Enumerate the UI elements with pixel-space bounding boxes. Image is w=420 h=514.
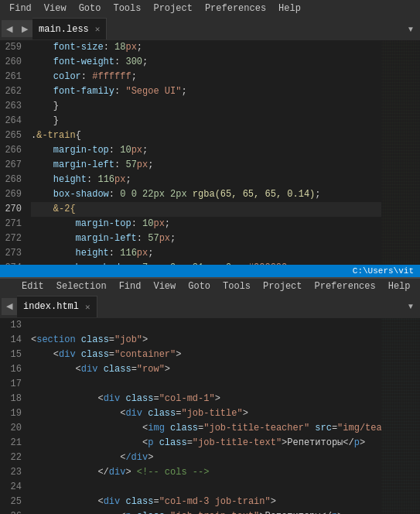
code-content-1[interactable]: font-size: 18px; font-weight: 300; color… [28, 40, 381, 265]
token [31, 42, 53, 53]
line-number: 272 [3, 231, 22, 246]
tab-nav-next[interactable]: ▶ [17, 20, 32, 37]
code-content-2[interactable]: <section class="job"> <div class="contai… [28, 318, 381, 514]
tab2-nav-prev[interactable]: ◀ [2, 298, 17, 315]
token [31, 115, 53, 126]
code-line: box-shadow: 0 0 22px 2px rgba(65, 65, 65… [31, 187, 381, 202]
menu-preferences[interactable]: Preferences [199, 0, 272, 17]
menu2-selection[interactable]: Selection [50, 278, 113, 295]
code-line: margin-left: 57px; [31, 158, 381, 173]
token: "job-train-text" [170, 511, 259, 514]
code-line: <div class="job-title"> [31, 406, 381, 421]
line-numbers-1: 2592602612622632642652662672682692702712… [0, 40, 28, 265]
menu2-preferences[interactable]: Preferences [309, 278, 382, 295]
token: px [153, 218, 164, 229]
token [97, 364, 103, 375]
token: div [125, 408, 142, 419]
token: Репетиторы [287, 437, 343, 448]
line-number: 260 [3, 55, 22, 70]
token: = [187, 437, 193, 448]
token: : [81, 71, 92, 82]
close-tab-icon[interactable]: ✕ [95, 24, 101, 34]
token: ; [148, 248, 153, 259]
token [31, 57, 53, 67]
filepath-bar: C:\Users\vit [0, 265, 420, 277]
tab-index-html[interactable]: index.html ✕ [17, 296, 97, 317]
minimap-content-1 [381, 40, 420, 265]
token: </ [31, 467, 109, 478]
tab2-label: index.html [23, 301, 79, 312]
token [31, 204, 53, 214]
code-line: <div class="row"> [31, 362, 381, 377]
token: < [31, 452, 125, 463]
token: "row" [137, 364, 165, 375]
token: img [148, 423, 165, 433]
line-number: 22 [3, 451, 22, 465]
token: > [176, 349, 181, 360]
menu2-edit[interactable]: Edit [15, 278, 50, 295]
token: : [114, 159, 125, 170]
token: "col-md-1" [159, 393, 215, 404]
menu2-help[interactable]: Help [382, 278, 417, 295]
token [31, 248, 76, 259]
menu2-find[interactable]: Find [113, 278, 148, 295]
menu2-tools[interactable]: Tools [217, 278, 257, 295]
token: color [53, 71, 81, 82]
token: ; [142, 145, 148, 156]
token: height [76, 248, 109, 259]
token: #000000 [248, 262, 287, 265]
code-editor-1[interactable]: 2592602612622632642652662672682692702712… [0, 40, 420, 265]
token [31, 174, 53, 185]
token: = [109, 349, 114, 360]
menu2-view[interactable]: View [147, 278, 182, 295]
code-line: font-family: "Segoe UI"; [31, 84, 381, 99]
token [165, 423, 170, 433]
menu2-project[interactable]: Project [257, 278, 308, 295]
token: div [104, 393, 121, 404]
menu-help[interactable]: Help [272, 0, 307, 17]
code-line: <p class="job-train-text">Репетиторы</p> [31, 509, 381, 514]
token: > [337, 511, 343, 514]
token: > [360, 437, 365, 448]
token: > [125, 467, 131, 478]
menu-project[interactable]: Project [147, 0, 198, 17]
token: div [81, 364, 98, 375]
tab2-dropdown-btn[interactable]: ▼ [403, 298, 418, 315]
code-line: font-size: 18px; [31, 40, 381, 55]
token: 57 [148, 233, 159, 244]
token: p [332, 511, 337, 514]
token [31, 262, 76, 265]
close-tab2-icon[interactable]: ✕ [85, 302, 90, 312]
token: < [31, 423, 148, 433]
code-line: .&-train{ [31, 128, 381, 143]
line-number: 266 [3, 143, 22, 158]
token: 10 [120, 145, 131, 156]
tab-dropdown-btn[interactable]: ▼ [403, 20, 418, 37]
token: </ [343, 437, 353, 448]
line-number: 264 [3, 114, 22, 128]
tab-nav-prev[interactable]: ◀ [2, 20, 17, 37]
code-editor-2[interactable]: 1314151617181920212223242526272829... <s… [0, 318, 420, 514]
menu-find[interactable]: Find [3, 0, 38, 17]
token: margin-left [76, 233, 137, 244]
token: src [315, 423, 332, 433]
token [31, 145, 53, 156]
menu-tools[interactable]: Tools [107, 0, 147, 17]
tab-main-less[interactable]: main.less ✕ [32, 18, 107, 39]
line-numbers-2: 1314151617181920212223242526272829... [0, 318, 28, 514]
token: : [131, 262, 142, 265]
menu-view[interactable]: View [38, 0, 73, 17]
token [31, 189, 53, 200]
token: 300 [125, 57, 142, 67]
token: 10 [142, 218, 153, 229]
code-line: color: #ffffff; [31, 70, 381, 84]
token: px [114, 174, 125, 185]
token: px [159, 233, 170, 244]
menu2-goto[interactable]: Goto [182, 278, 217, 295]
menu-goto[interactable]: Goto [73, 0, 108, 17]
line-number: 21 [3, 436, 22, 451]
token: rgba(65, 65, 65, 0.14) [193, 189, 315, 200]
token: > [215, 393, 220, 404]
token [153, 437, 159, 448]
line-number: 263 [3, 99, 22, 114]
